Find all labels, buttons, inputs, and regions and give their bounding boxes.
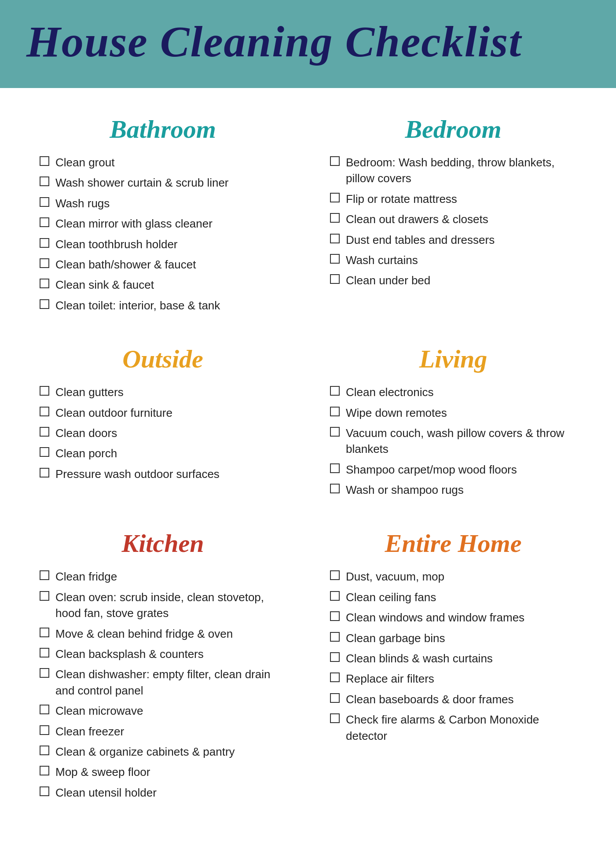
kitchen-section: Kitchen Clean fridgeClean oven: scrub in… [35, 520, 290, 805]
item-label: Clean oven: scrub inside, clean stovetop… [55, 589, 290, 621]
item-label: Clean dishwasher: empty filter, clean dr… [55, 666, 290, 698]
list-item[interactable]: Clean utensil holder [40, 785, 290, 801]
checkbox-icon[interactable] [330, 193, 340, 202]
checkbox-icon[interactable] [40, 668, 49, 678]
item-label: Replace air filters [346, 671, 434, 687]
list-item[interactable]: Clean bath/shower & faucet [40, 257, 290, 272]
checkbox-icon[interactable] [330, 234, 340, 243]
checkbox-icon[interactable] [40, 705, 49, 714]
checkbox-icon[interactable] [40, 570, 49, 580]
list-item[interactable]: Clean toilet: interior, base & tank [40, 298, 290, 313]
list-item[interactable]: Clean mirror with glass cleaner [40, 216, 290, 231]
list-item[interactable]: Clean outdoor furniture [40, 405, 290, 421]
item-label: Pressure wash outdoor surfaces [55, 466, 220, 482]
list-item[interactable]: Bedroom: Wash bedding, throw blankets, p… [330, 154, 581, 187]
list-item[interactable]: Flip or rotate mattress [330, 191, 581, 207]
list-item[interactable]: Dust, vacuum, mop [330, 569, 581, 584]
kitchen-title: Kitchen [35, 529, 290, 558]
list-item[interactable]: Clean grout [40, 154, 290, 170]
item-label: Clean toilet: interior, base & tank [55, 298, 220, 313]
checkbox-icon[interactable] [330, 484, 340, 493]
checkbox-icon[interactable] [330, 672, 340, 682]
checkbox-icon[interactable] [330, 611, 340, 621]
living-checklist: Clean electronicsWipe down remotesVacuum… [326, 384, 581, 498]
list-item[interactable]: Clean ceiling fans [330, 589, 581, 605]
list-item[interactable]: Clean garbage bins [330, 630, 581, 646]
checkbox-icon[interactable] [40, 279, 49, 288]
list-item[interactable]: Wash shower curtain & scrub liner [40, 175, 290, 191]
list-item[interactable]: Move & clean behind fridge & oven [40, 626, 290, 642]
list-item[interactable]: Clean sink & faucet [40, 277, 290, 293]
checkbox-icon[interactable] [330, 463, 340, 473]
list-item[interactable]: Check fire alarms & Carbon Monoxide dete… [330, 712, 581, 744]
list-item[interactable]: Clean porch [40, 445, 290, 461]
checkbox-icon[interactable] [40, 238, 49, 248]
checkbox-icon[interactable] [40, 156, 49, 166]
checkbox-icon[interactable] [40, 786, 49, 796]
checkbox-icon[interactable] [40, 628, 49, 637]
checkbox-icon[interactable] [40, 407, 49, 416]
item-label: Clean utensil holder [55, 785, 157, 801]
list-item[interactable]: Clean gutters [40, 384, 290, 400]
list-item[interactable]: Wipe down remotes [330, 405, 581, 421]
checkbox-icon[interactable] [330, 274, 340, 284]
checkbox-icon[interactable] [40, 258, 49, 268]
entire-home-title: Entire Home [326, 529, 581, 558]
list-item[interactable]: Replace air filters [330, 671, 581, 687]
checkbox-icon[interactable] [330, 386, 340, 396]
checkbox-icon[interactable] [330, 254, 340, 264]
list-item[interactable]: Clean under bed [330, 272, 581, 288]
checkbox-icon[interactable] [330, 693, 340, 703]
checkbox-icon[interactable] [40, 766, 49, 775]
list-item[interactable]: Clean toothbrush holder [40, 236, 290, 252]
list-item[interactable]: Shampoo carpet/mop wood floors [330, 462, 581, 478]
checkbox-icon[interactable] [40, 648, 49, 658]
list-item[interactable]: Wash rugs [40, 195, 290, 211]
item-label: Dust, vacuum, mop [346, 569, 444, 584]
list-item[interactable]: Wash curtains [330, 252, 581, 268]
checkbox-icon[interactable] [330, 632, 340, 642]
list-item[interactable]: Clean baseboards & door frames [330, 691, 581, 707]
list-item[interactable]: Clean windows and window frames [330, 610, 581, 625]
checkbox-icon[interactable] [330, 591, 340, 601]
checkbox-icon[interactable] [330, 713, 340, 723]
list-item[interactable]: Clean out drawers & closets [330, 211, 581, 227]
list-item[interactable]: Clean microwave [40, 703, 290, 719]
list-item[interactable]: Pressure wash outdoor surfaces [40, 466, 290, 482]
item-label: Bedroom: Wash bedding, throw blankets, p… [346, 154, 581, 187]
checkbox-icon[interactable] [40, 197, 49, 207]
item-label: Clean fridge [55, 569, 117, 584]
list-item[interactable]: Clean doors [40, 425, 290, 441]
checkbox-icon[interactable] [40, 746, 49, 755]
list-item[interactable]: Clean dishwasher: empty filter, clean dr… [40, 666, 290, 698]
checkbox-icon[interactable] [330, 427, 340, 437]
checkbox-icon[interactable] [40, 591, 49, 601]
checkbox-icon[interactable] [40, 217, 49, 227]
checkbox-icon[interactable] [40, 176, 49, 186]
list-item[interactable]: Mop & sweep floor [40, 764, 290, 780]
list-item[interactable]: Clean blinds & wash curtains [330, 650, 581, 666]
checkbox-icon[interactable] [40, 725, 49, 735]
list-item[interactable]: Clean fridge [40, 569, 290, 584]
list-item[interactable]: Clean freezer [40, 724, 290, 739]
checkbox-icon[interactable] [40, 427, 49, 437]
item-label: Clean baseboards & door frames [346, 691, 514, 707]
list-item[interactable]: Dust end tables and dressers [330, 232, 581, 248]
checkbox-icon[interactable] [330, 407, 340, 416]
checkbox-icon[interactable] [330, 213, 340, 223]
checkbox-icon[interactable] [330, 156, 340, 166]
checkbox-icon[interactable] [330, 652, 340, 662]
checkbox-icon[interactable] [40, 386, 49, 396]
item-label: Clean backsplash & counters [55, 646, 204, 662]
list-item[interactable]: Vacuum couch, wash pillow covers & throw… [330, 425, 581, 457]
list-item[interactable]: Clean oven: scrub inside, clean stovetop… [40, 589, 290, 621]
list-item[interactable]: Clean backsplash & counters [40, 646, 290, 662]
checkbox-icon[interactable] [330, 570, 340, 580]
checkbox-icon[interactable] [40, 468, 49, 478]
checkbox-icon[interactable] [40, 299, 49, 309]
outside-section: Outside Clean guttersClean outdoor furni… [35, 335, 290, 502]
checkbox-icon[interactable] [40, 447, 49, 457]
list-item[interactable]: Clean electronics [330, 384, 581, 400]
list-item[interactable]: Wash or shampoo rugs [330, 482, 581, 498]
list-item[interactable]: Clean & organize cabinets & pantry [40, 744, 290, 760]
